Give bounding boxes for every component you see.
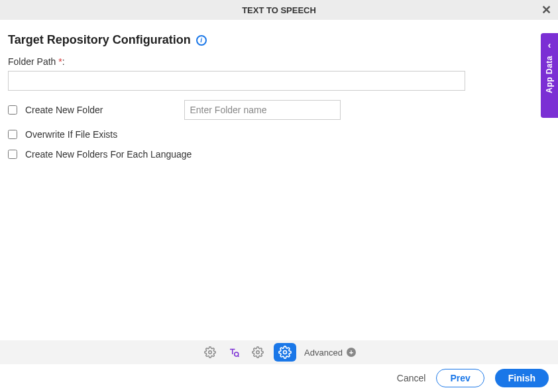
side-tab-label: App Data <box>545 56 554 93</box>
svg-point-1 <box>235 352 239 356</box>
plus-circle-icon: + <box>347 348 356 357</box>
overwrite-row: Overwrite If File Exists <box>8 129 547 140</box>
close-icon[interactable]: ✕ <box>541 4 551 16</box>
step-gear-icon-active[interactable] <box>274 343 296 362</box>
advanced-label: Advanced <box>304 348 343 358</box>
overwrite-label[interactable]: Overwrite If File Exists <box>25 129 117 140</box>
dialog-header: TEXT TO SPEECH ✕ <box>0 0 558 20</box>
svg-point-3 <box>284 351 287 354</box>
main-content: Target Repository Configuration i Folder… <box>0 20 558 166</box>
step-text-icon[interactable] <box>226 344 242 360</box>
per-language-row: Create New Folders For Each Language <box>8 149 547 160</box>
info-icon[interactable]: i <box>196 35 207 46</box>
folder-path-label-row: Folder Path *: <box>8 56 547 67</box>
cancel-button[interactable]: Cancel <box>397 373 426 383</box>
folder-name-input[interactable] <box>184 100 341 120</box>
steps-bar: Advanced + <box>0 340 558 364</box>
create-new-folder-label[interactable]: Create New Folder <box>25 105 103 115</box>
per-language-label[interactable]: Create New Folders For Each Language <box>25 149 192 160</box>
svg-point-2 <box>256 351 260 354</box>
folder-path-input[interactable] <box>8 71 465 91</box>
app-data-side-tab[interactable]: ‹ App Data <box>541 33 558 118</box>
chevron-left-icon: ‹ <box>548 40 551 50</box>
colon: : <box>62 56 65 67</box>
footer-actions: Cancel Prev Finish <box>0 364 558 392</box>
per-language-checkbox[interactable] <box>8 150 17 159</box>
create-new-folder-checkbox[interactable] <box>8 105 17 115</box>
advanced-toggle[interactable]: Advanced + <box>304 348 356 358</box>
overwrite-checkbox[interactable] <box>8 130 17 139</box>
section-title: Target Repository Configuration <box>8 33 191 47</box>
svg-point-0 <box>209 351 212 354</box>
step-gear-icon-2[interactable] <box>250 344 266 360</box>
prev-button[interactable]: Prev <box>436 369 484 387</box>
folder-path-label: Folder Path <box>8 56 58 67</box>
create-new-folder-row: Create New Folder <box>8 100 547 120</box>
section-title-row: Target Repository Configuration i <box>8 33 547 47</box>
dialog-title: TEXT TO SPEECH <box>242 5 316 15</box>
finish-button[interactable]: Finish <box>495 369 549 387</box>
step-gear-icon-1[interactable] <box>202 344 218 360</box>
